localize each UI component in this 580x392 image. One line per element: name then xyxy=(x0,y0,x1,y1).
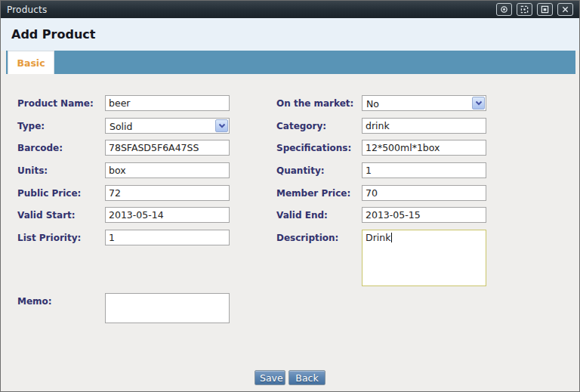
category-input[interactable] xyxy=(362,118,486,134)
quantity-input[interactable] xyxy=(362,162,486,178)
memo-label: Memo: xyxy=(17,296,52,307)
memo-textarea[interactable] xyxy=(105,293,230,323)
public-price-label: Public Price: xyxy=(17,188,81,199)
valid-end-label: Valid End: xyxy=(276,210,328,221)
chevron-down-icon xyxy=(472,97,485,110)
product-name-input[interactable] xyxy=(105,95,230,111)
tab-basic[interactable]: Basic xyxy=(8,51,54,74)
category-label: Category: xyxy=(276,121,326,131)
list-priority-label: List Priority: xyxy=(17,233,81,243)
units-label: Units: xyxy=(17,165,48,176)
description-label: Description: xyxy=(276,233,338,243)
page-title: Add Product xyxy=(11,27,95,42)
member-price-input[interactable] xyxy=(362,185,486,201)
chevron-down-icon xyxy=(215,119,228,132)
text-caret xyxy=(391,233,392,242)
specifications-label: Specifications: xyxy=(276,143,351,153)
page-header: Add Product xyxy=(1,18,579,51)
product-name-label: Product Name: xyxy=(17,98,94,109)
description-textarea[interactable]: Drink xyxy=(362,230,486,286)
public-price-input[interactable] xyxy=(105,185,230,201)
barcode-label: Barcode: xyxy=(17,143,63,153)
add-product-form: Product Name: Type: Barcode: Units: Publ… xyxy=(1,74,579,391)
units-input[interactable] xyxy=(105,162,230,178)
window-controls xyxy=(496,3,573,16)
maximize-icon[interactable] xyxy=(517,3,532,16)
member-price-label: Member Price: xyxy=(276,188,350,199)
window-titlebar: Products xyxy=(1,1,579,18)
products-window: Products xyxy=(0,0,580,392)
barcode-input[interactable] xyxy=(105,140,230,156)
on-the-market-select[interactable]: No xyxy=(362,95,486,111)
restore-icon[interactable] xyxy=(537,3,553,16)
valid-start-label: Valid Start: xyxy=(17,210,76,221)
close-icon[interactable] xyxy=(557,3,573,16)
collapse-icon[interactable] xyxy=(496,3,512,16)
list-priority-input[interactable] xyxy=(105,230,230,245)
quantity-label: Quantity: xyxy=(276,165,325,176)
description-text: Drink xyxy=(366,232,390,243)
type-select-value: Solid xyxy=(110,121,132,132)
on-the-market-label: On the market: xyxy=(276,98,353,109)
back-button[interactable]: Back xyxy=(288,370,325,385)
type-label: Type: xyxy=(17,121,45,131)
valid-start-input[interactable] xyxy=(105,207,230,223)
tab-bar: Basic xyxy=(6,51,575,74)
on-the-market-select-value: No xyxy=(366,98,379,110)
window-title: Products xyxy=(7,5,47,15)
specifications-input[interactable] xyxy=(362,140,486,156)
valid-end-input[interactable] xyxy=(362,207,486,223)
save-button[interactable]: Save xyxy=(255,370,285,385)
type-select[interactable]: Solid xyxy=(105,118,230,134)
